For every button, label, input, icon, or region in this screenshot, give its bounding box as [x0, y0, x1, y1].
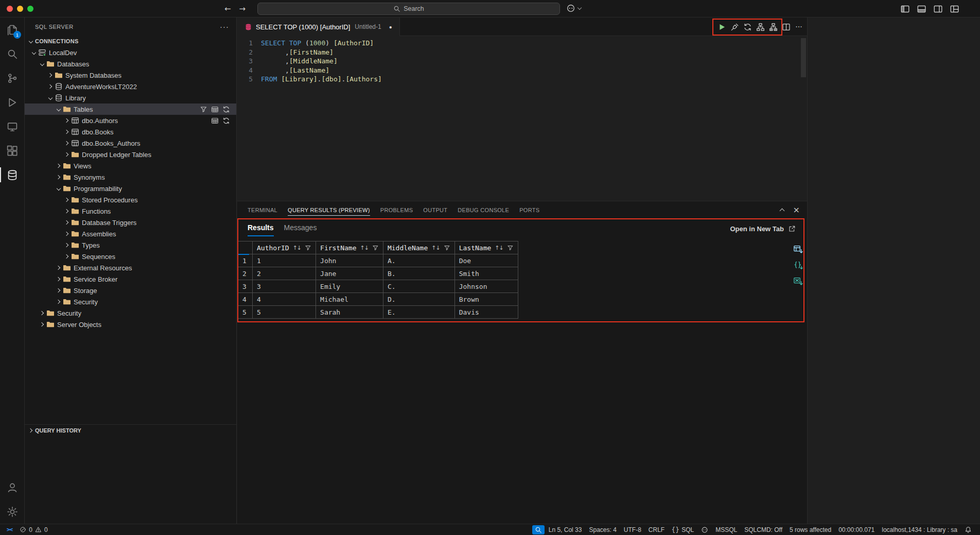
tree-item-views[interactable]: Views [25, 160, 236, 171]
grid-cell[interactable]: Doe [454, 254, 518, 267]
filter-icon[interactable] [507, 245, 514, 251]
grid-cell[interactable]: D. [383, 293, 454, 306]
tree-item-dropped-ledger-tables[interactable]: Dropped Ledger Tables [25, 149, 236, 160]
refresh-icon[interactable] [222, 106, 230, 113]
editor-scrollbar[interactable] [801, 38, 806, 77]
row-number-cell[interactable]: 4 [238, 293, 253, 306]
grid-cell[interactable]: Jane [316, 267, 383, 280]
change-connection-button[interactable] [741, 21, 754, 33]
chevron-down-icon[interactable] [46, 94, 55, 102]
row-number-cell[interactable]: 5 [238, 306, 253, 319]
status-mssql[interactable]: MSSQL [712, 524, 740, 535]
problems-status[interactable]: 0 0 [17, 526, 50, 533]
status-utf-8[interactable]: UTF-8 [621, 524, 644, 535]
tree-item-server-objects[interactable]: Server Objects [25, 319, 236, 330]
status-ln-5-col-33[interactable]: Ln 5, Col 33 [546, 524, 585, 535]
chevron-right-icon[interactable] [63, 207, 71, 215]
tree-item-dbo-authors[interactable]: dbo.Authors [25, 115, 236, 126]
chevron-right-icon[interactable] [63, 218, 71, 227]
filter-icon[interactable] [305, 245, 311, 251]
status-5-rows-affected[interactable]: 5 rows affected [786, 524, 834, 535]
status-spaces-4[interactable]: Spaces: 4 [586, 524, 619, 535]
chevron-right-icon[interactable] [63, 128, 71, 136]
activity-bar-item-explorer[interactable]: 1 [0, 18, 24, 42]
panel-tab-problems[interactable]: PROBLEMS [375, 201, 418, 219]
chevron-right-icon[interactable] [63, 196, 71, 204]
tree-item-synonyms[interactable]: Synonyms [25, 171, 236, 183]
panel-tab-output[interactable]: OUTPUT [418, 201, 452, 219]
code-line[interactable]: 1SELECT TOP (1000) [AuthorID] [237, 39, 807, 48]
grid-cell[interactable]: E. [383, 306, 454, 319]
tree-item-localdev[interactable]: LocalDev [25, 47, 236, 58]
chevron-down-icon[interactable] [55, 105, 63, 113]
tree-item-types[interactable]: Types [25, 239, 236, 251]
tree-item-databases[interactable]: Databases [25, 58, 236, 70]
chevron-right-icon[interactable] [63, 241, 71, 249]
chevron-down-icon[interactable] [38, 60, 46, 68]
grid-cell[interactable]: Sarah [316, 306, 383, 319]
status-magnifier[interactable] [532, 525, 545, 534]
more-actions-button[interactable]: ··· [793, 21, 805, 33]
status-00-00-00-071[interactable]: 00:00:00.071 [835, 524, 878, 535]
more-actions-icon[interactable]: ··· [220, 22, 229, 31]
toggle-panel-icon[interactable] [917, 4, 926, 14]
maximize-panel-icon[interactable] [779, 206, 786, 214]
chevron-right-icon[interactable] [46, 82, 55, 91]
filter-icon[interactable] [200, 106, 207, 113]
run-query-button[interactable] [715, 21, 728, 33]
column-header-authorid[interactable]: AuthorID↑↓ [253, 241, 316, 254]
activity-bar-item-remote-explorer[interactable] [0, 114, 24, 139]
minimize-window-button[interactable] [17, 6, 23, 12]
grid-cell[interactable]: Michael [316, 293, 383, 306]
estimated-plan-button[interactable] [754, 21, 766, 33]
query-history-section-header[interactable]: QUERY HISTORY [25, 424, 236, 436]
chevron-right-icon[interactable] [46, 71, 55, 79]
save-as-json-icon[interactable] [793, 261, 803, 270]
actual-plan-button[interactable] [767, 21, 779, 33]
open-in-new-tab-button[interactable]: Open in New Tab [730, 225, 796, 233]
status-copilot[interactable] [698, 524, 711, 535]
panel-tab-ports[interactable]: PORTS [514, 201, 545, 219]
disconnect-button[interactable] [728, 21, 741, 33]
tree-item-functions[interactable]: Functions [25, 205, 236, 217]
chevron-right-icon[interactable] [63, 230, 71, 238]
chevron-right-icon[interactable] [55, 275, 63, 283]
column-header-middlename[interactable]: MiddleName↑↓ [383, 241, 454, 254]
row-number-cell[interactable]: 3 [238, 280, 253, 293]
row-number-cell[interactable]: 1 [238, 254, 253, 267]
grid-cell[interactable]: 3 [253, 280, 316, 293]
tree-item-system-databases[interactable]: System Databases [25, 70, 236, 81]
chevron-down-icon[interactable] [27, 37, 35, 45]
chevron-right-icon[interactable] [55, 298, 63, 306]
panel-tab-debug-console[interactable]: DEBUG CONSOLE [452, 201, 514, 219]
activity-bar-item-accounts[interactable] [0, 475, 24, 499]
code-line[interactable]: 2 ,[FirstName] [237, 48, 807, 57]
editor-tab[interactable]: SELECT TOP (1000) [AuthorID] Untitled-1 … [237, 18, 400, 36]
status-sqlcmd-off[interactable]: SQLCMD: Off [741, 524, 785, 535]
select-all-corner[interactable] [238, 241, 253, 254]
split-editor-button[interactable] [780, 21, 792, 33]
tree-item-assemblies[interactable]: Assemblies [25, 228, 236, 239]
chevron-right-icon[interactable] [38, 320, 46, 329]
customize-layout-icon[interactable] [950, 4, 959, 14]
tree-item-stored-procedures[interactable]: Stored Procedures [25, 194, 236, 205]
connections-section-header[interactable]: CONNECTIONS [25, 36, 236, 47]
chevron-down-icon[interactable] [30, 48, 38, 57]
tree-item-dbo-books[interactable]: dbo.Books [25, 126, 236, 137]
grid-cell[interactable]: A. [383, 254, 454, 267]
chevron-right-icon[interactable] [55, 264, 63, 272]
filter-icon[interactable] [372, 245, 379, 251]
column-header-firstname[interactable]: FirstName↑↓ [316, 241, 383, 254]
refresh-icon[interactable] [222, 117, 230, 125]
activity-bar-item-settings[interactable] [0, 499, 24, 524]
search-input[interactable]: Search [257, 3, 560, 15]
tree-item-security[interactable]: Security [25, 307, 236, 319]
grid-cell[interactable]: Johnson [454, 280, 518, 293]
sort-icon[interactable]: ↑↓ [293, 245, 301, 251]
save-as-csv-icon[interactable] [793, 245, 803, 254]
save-as-excel-icon[interactable] [793, 277, 803, 286]
results-tab-results[interactable]: Results [248, 223, 274, 236]
tree-item-security[interactable]: Security [25, 296, 236, 307]
grid-icon[interactable] [211, 117, 219, 125]
grid-cell[interactable]: John [316, 254, 383, 267]
